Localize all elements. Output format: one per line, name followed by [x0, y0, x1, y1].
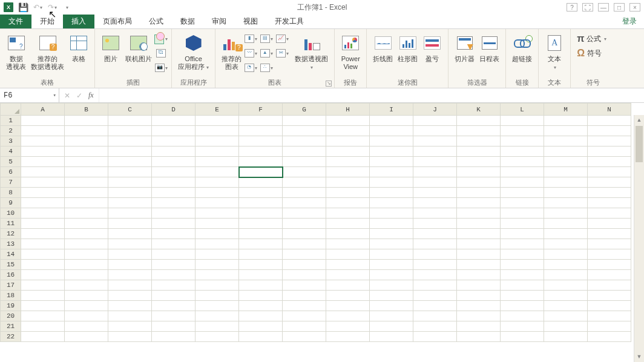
cell[interactable]	[544, 321, 588, 332]
cell[interactable]	[152, 188, 196, 198]
cell[interactable]	[108, 116, 152, 126]
cell[interactable]	[196, 280, 239, 291]
cell[interactable]	[326, 136, 370, 146]
cell[interactable]	[21, 208, 65, 219]
cell[interactable]	[108, 177, 152, 188]
cell[interactable]	[152, 126, 196, 136]
cell[interactable]	[501, 146, 544, 157]
cell[interactable]	[457, 198, 501, 208]
cell[interactable]	[457, 229, 501, 239]
cell[interactable]	[108, 321, 152, 332]
line-chart-button[interactable]: 〰▾	[244, 47, 257, 60]
cell[interactable]	[65, 239, 108, 249]
cell[interactable]	[21, 157, 65, 167]
cell[interactable]	[544, 208, 588, 219]
cell[interactable]	[152, 301, 196, 311]
cell[interactable]	[326, 167, 370, 177]
grid[interactable]: ABCDEFGHIJKLMN12345678910111213141516171…	[0, 103, 631, 342]
cell[interactable]	[283, 249, 326, 260]
cell[interactable]	[413, 229, 457, 239]
column-header[interactable]: A	[21, 104, 65, 116]
cell[interactable]	[501, 301, 544, 311]
sparkline-winloss-button[interactable]: 盈亏	[420, 31, 444, 64]
cell[interactable]	[21, 198, 65, 208]
cell[interactable]	[196, 188, 239, 198]
cell[interactable]	[544, 260, 588, 270]
row-header[interactable]: 21	[1, 321, 21, 332]
cell[interactable]	[21, 167, 65, 177]
row-header[interactable]: 15	[1, 260, 21, 270]
cell[interactable]	[152, 260, 196, 270]
cell[interactable]	[21, 239, 65, 249]
cell[interactable]	[544, 136, 588, 146]
cell[interactable]	[501, 280, 544, 291]
tab-home[interactable]: 开始	[31, 15, 63, 28]
hyperlink-button[interactable]: 超链接	[510, 31, 534, 64]
cell[interactable]	[65, 146, 108, 157]
cell[interactable]	[239, 219, 283, 229]
row-header[interactable]: 5	[1, 157, 21, 167]
recommended-pivot-button[interactable]: 推荐的 数据透视表	[28, 31, 67, 72]
cell[interactable]	[413, 260, 457, 270]
cell[interactable]	[152, 280, 196, 291]
cell[interactable]	[239, 157, 283, 167]
cell[interactable]	[501, 188, 544, 198]
cell[interactable]	[544, 116, 588, 126]
cell[interactable]	[239, 280, 283, 291]
cell[interactable]	[196, 249, 239, 260]
cell[interactable]	[370, 249, 413, 260]
cell[interactable]	[588, 260, 631, 270]
cell[interactable]	[457, 249, 501, 260]
cell[interactable]	[544, 177, 588, 188]
cell[interactable]	[152, 332, 196, 342]
cell[interactable]	[196, 332, 239, 342]
cell[interactable]	[326, 126, 370, 136]
cell[interactable]	[588, 188, 631, 198]
cell[interactable]	[283, 332, 326, 342]
sparkline-column-button[interactable]: 柱形图	[395, 31, 420, 64]
cell[interactable]	[370, 167, 413, 177]
row-header[interactable]: 16	[1, 270, 21, 280]
cell[interactable]	[588, 280, 631, 291]
column-header[interactable]: K	[457, 104, 501, 116]
cell[interactable]	[283, 260, 326, 270]
cell[interactable]	[152, 321, 196, 332]
cell[interactable]	[326, 260, 370, 270]
cell[interactable]	[457, 126, 501, 136]
cell[interactable]	[239, 321, 283, 332]
cell[interactable]	[283, 198, 326, 208]
cell[interactable]	[457, 311, 501, 321]
cell[interactable]	[239, 332, 283, 342]
cell[interactable]	[21, 321, 65, 332]
cell[interactable]	[108, 167, 152, 177]
cell[interactable]	[588, 301, 631, 311]
cell[interactable]	[501, 167, 544, 177]
cell[interactable]	[21, 177, 65, 188]
row-header[interactable]: 20	[1, 311, 21, 321]
cell[interactable]	[21, 270, 65, 280]
cell[interactable]	[501, 116, 544, 126]
cell[interactable]	[239, 198, 283, 208]
cell[interactable]	[239, 229, 283, 239]
cell[interactable]	[413, 280, 457, 291]
row-header[interactable]: 11	[1, 219, 21, 229]
cell[interactable]	[457, 260, 501, 270]
cell[interactable]	[108, 157, 152, 167]
cell[interactable]	[457, 136, 501, 146]
cell[interactable]	[152, 270, 196, 280]
cell[interactable]	[544, 126, 588, 136]
cell[interactable]	[65, 219, 108, 229]
cell[interactable]	[457, 208, 501, 219]
cell[interactable]	[283, 136, 326, 146]
close-button[interactable]: ×	[629, 3, 640, 12]
tab-developer[interactable]: 开发工具	[266, 15, 312, 28]
cell[interactable]	[370, 291, 413, 301]
cell[interactable]	[283, 291, 326, 301]
cell[interactable]	[413, 146, 457, 157]
cell[interactable]	[544, 188, 588, 198]
row-header[interactable]: 7	[1, 177, 21, 188]
cell[interactable]	[239, 260, 283, 270]
cell[interactable]	[326, 239, 370, 249]
cell[interactable]	[108, 332, 152, 342]
enter-formula-button[interactable]: ✓	[76, 91, 82, 100]
